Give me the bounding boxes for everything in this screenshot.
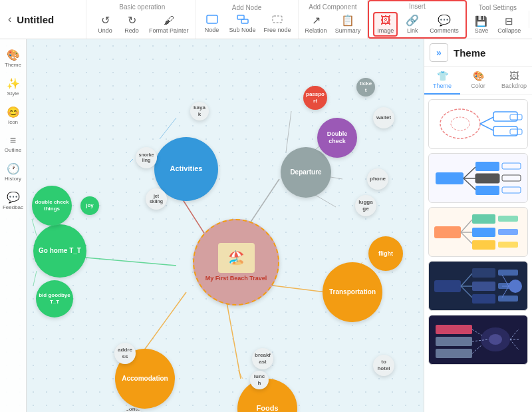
theme-thumbnail-4[interactable] <box>428 261 528 311</box>
share-export-area: ⇗ Share ⬇ Export <box>529 11 532 28</box>
panel-expand-button[interactable]: » <box>430 43 448 62</box>
sidebar-item-history[interactable]: 🕐 History <box>0 158 26 186</box>
canvas-area[interactable]: 🎨 Theme ✨ Style 😊 Icon ≡ Outline 🕐 Histo… <box>0 39 424 412</box>
node-transportation[interactable]: Transportation <box>323 262 382 322</box>
svg-point-23 <box>451 117 469 130</box>
addnode-items: Node Sub Node Free node <box>200 13 294 35</box>
node-icon <box>206 15 218 26</box>
back-button[interactable]: ‹ <box>8 13 11 25</box>
svg-rect-34 <box>475 174 499 183</box>
sidebar-style-label: Style <box>7 91 19 97</box>
node-joy[interactable]: joy <box>80 196 99 215</box>
theme-thumbnail-1[interactable] <box>428 99 528 149</box>
link-icon: 🔗 <box>406 14 419 27</box>
theme-thumbnail-2[interactable] <box>428 153 528 203</box>
toolbar-group-basic: Basic operation ↺ Undo ↻ Redo 🖌 Format P… <box>89 0 196 39</box>
svg-rect-59 <box>498 296 518 302</box>
svg-line-74 <box>510 339 519 350</box>
node-contactnumber[interactable]: contact number <box>122 408 144 412</box>
subnode-button[interactable]: Sub Node <box>227 13 259 35</box>
sidebar-item-theme[interactable]: 🎨 Theme <box>0 45 26 72</box>
summary-label: Summary <box>335 27 361 34</box>
redo-button[interactable]: ↻ Redo <box>120 13 144 35</box>
tab-color[interactable]: 🎨 Color <box>460 67 496 95</box>
summary-button[interactable]: 📋 Summary <box>332 13 364 35</box>
node-doublecheckthings[interactable]: double check things <box>32 186 72 226</box>
svg-rect-3 <box>273 16 282 23</box>
svg-line-20 <box>33 271 37 286</box>
theme-thumbnail-5[interactable] <box>428 315 528 365</box>
node-button[interactable]: Node <box>200 13 224 35</box>
node-ticket[interactable]: ticket <box>356 78 375 97</box>
save-label: Save <box>475 27 489 34</box>
undo-label: Undo <box>98 27 112 34</box>
svg-rect-47 <box>498 216 518 222</box>
addcomponent-items: ↗ Relation 📋 Summary <box>303 13 364 35</box>
svg-rect-65 <box>436 337 472 346</box>
svg-point-60 <box>509 280 522 293</box>
node-phone[interactable]: phone <box>367 168 388 190</box>
svg-rect-42 <box>472 214 495 224</box>
node-tohotel[interactable]: to hotel <box>373 355 394 376</box>
undo-button[interactable]: ↺ Undo <box>93 13 117 35</box>
collapse-icon: ⊟ <box>505 15 513 27</box>
theme-thumbnail-3[interactable] <box>428 207 528 257</box>
tool-settings-group: Tool Settings 💾 Save ⊟ Collapse <box>467 0 529 39</box>
format-painter-button[interactable]: 🖌 Format Painter <box>146 13 192 35</box>
sidebar-item-icon[interactable]: 😊 Icon <box>0 102 26 129</box>
node-jetskiing[interactable]: jet skiing <box>146 188 167 210</box>
node-flight[interactable]: flight <box>368 236 403 271</box>
tab-theme[interactable]: 👕 Theme <box>424 67 460 95</box>
comments-label: Comments <box>430 27 459 34</box>
sidebar-icon-label: Icon <box>8 119 18 125</box>
theme-panel-top: » Theme <box>424 39 532 67</box>
svg-rect-46 <box>472 240 495 250</box>
sidebar-item-feedback[interactable]: 💬 Feedbac <box>0 187 26 214</box>
sidebar-item-outline[interactable]: ≡ Outline <box>0 130 26 157</box>
icon-icon: 😊 <box>7 106 20 118</box>
toolbar: Basic operation ↺ Undo ↻ Redo 🖌 Format P… <box>86 0 532 39</box>
node-passport[interactable]: passport <box>303 86 327 110</box>
svg-line-51 <box>461 274 472 286</box>
svg-line-12 <box>286 111 291 152</box>
format-painter-icon: 🖌 <box>164 15 174 27</box>
node-center[interactable]: 🏖️ My First Beach Travel <box>193 219 279 306</box>
save-button[interactable]: 💾 Save <box>472 14 491 35</box>
svg-rect-32 <box>475 162 499 171</box>
freenode-button[interactable]: Free node <box>261 13 294 35</box>
collapse-button[interactable]: ⊟ Collapse <box>495 14 523 35</box>
tool-settings-items: 💾 Save ⊟ Collapse <box>472 14 524 35</box>
collapse-label: Collapse <box>497 27 521 34</box>
save-icon: 💾 <box>475 15 487 27</box>
svg-point-68 <box>489 334 502 345</box>
node-gohome[interactable]: Go home T_T <box>33 224 86 278</box>
node-doublecheck[interactable]: Double check <box>317 118 357 158</box>
panel-theme-title: Theme <box>454 47 485 59</box>
node-departure[interactable]: Departure <box>281 147 331 198</box>
main: 🎨 Theme ✨ Style 😊 Icon ≡ Outline 🕐 Histo… <box>0 39 532 412</box>
svg-rect-1 <box>237 15 244 19</box>
svg-line-35 <box>464 178 475 190</box>
node-address[interactable]: address <box>114 343 136 364</box>
svg-line-24 <box>480 117 493 124</box>
relation-button[interactable]: ↗ Relation <box>303 13 330 35</box>
node-badgoodbye[interactable]: bid goodbye T_T <box>36 280 73 317</box>
tab-backdrop[interactable]: 🖼 Backdrop <box>496 67 532 95</box>
node-breakfast[interactable]: breakfast <box>252 348 273 369</box>
link-label: Link <box>407 27 418 34</box>
svg-rect-49 <box>498 242 518 248</box>
tab-backdrop-label: Backdrop <box>501 83 527 89</box>
node-wallet[interactable]: wallet <box>373 107 394 128</box>
group-label-addnode: Add Node <box>232 4 261 11</box>
svg-rect-40 <box>434 226 461 238</box>
svg-line-7 <box>226 299 241 379</box>
link-button[interactable]: 🔗 Link <box>400 13 424 35</box>
relation-icon: ↗ <box>312 14 321 27</box>
image-button[interactable]: 🖼 Image <box>373 12 398 37</box>
node-luggage[interactable]: luggage <box>355 195 376 216</box>
node-snorkeling[interactable]: snorkeling <box>136 147 157 168</box>
comments-button[interactable]: 💬 Comments <box>427 13 462 35</box>
node-lunch[interactable]: lunch <box>250 371 269 389</box>
sidebar-item-style[interactable]: ✨ Style <box>0 73 26 101</box>
node-kayak[interactable]: kayak <box>190 102 209 120</box>
